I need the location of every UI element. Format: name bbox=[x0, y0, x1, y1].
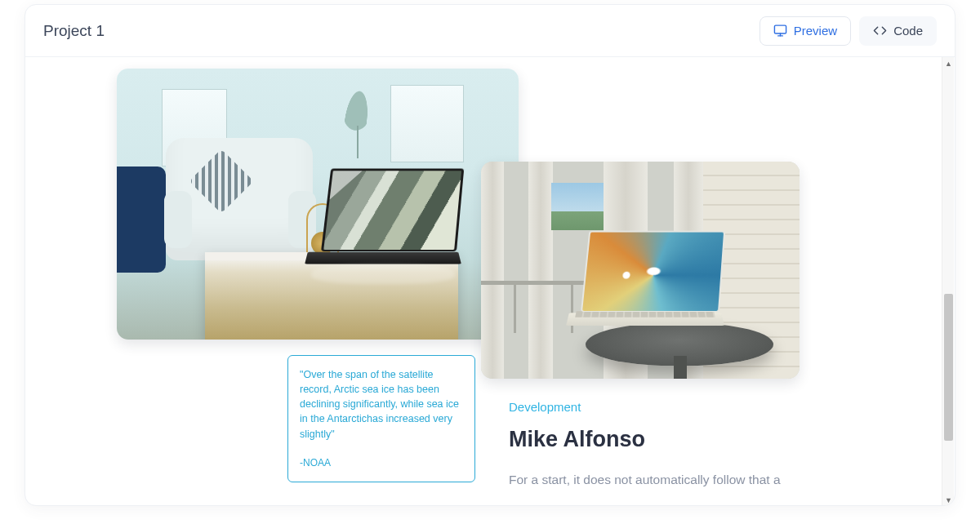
scroll-thumb[interactable] bbox=[944, 294, 953, 441]
code-button[interactable]: Code bbox=[859, 16, 937, 46]
preview-button-label: Preview bbox=[794, 24, 837, 38]
scroll-down-button[interactable]: ▼ bbox=[942, 494, 955, 506]
laptop-right-keyboard bbox=[575, 311, 715, 317]
preview-stage: "Over the span of the satellite record, … bbox=[25, 57, 955, 506]
project-title: Project 1 bbox=[43, 22, 760, 40]
laptop-left bbox=[321, 167, 457, 281]
scroll-up-button[interactable]: ▲ bbox=[942, 57, 955, 69]
monitor-icon bbox=[773, 24, 787, 38]
window-right bbox=[390, 85, 464, 162]
project-card: Project 1 Preview Code bbox=[24, 4, 956, 506]
blue-sofa bbox=[117, 167, 166, 273]
armchair-arm-left bbox=[164, 191, 192, 248]
quote-attribution: -NOAA bbox=[300, 456, 463, 470]
laptop-right bbox=[581, 229, 719, 343]
laptop-left-screen bbox=[321, 168, 464, 251]
pillar bbox=[481, 162, 504, 379]
preview-viewport: "Over the span of the satellite record, … bbox=[25, 57, 955, 506]
sky-glimpse bbox=[551, 183, 605, 230]
header-actions: Preview Code bbox=[760, 16, 937, 46]
laptop-left-base bbox=[305, 252, 461, 264]
palm-stem bbox=[357, 126, 359, 158]
quote-text: "Over the span of the satellite record, … bbox=[300, 367, 463, 442]
article-category: Development bbox=[509, 400, 819, 414]
pillar bbox=[528, 162, 553, 379]
preview-button[interactable]: Preview bbox=[760, 16, 851, 46]
code-button-label: Code bbox=[893, 24, 923, 38]
scrollbar[interactable]: ▲ ▼ bbox=[942, 57, 954, 506]
laptop-left-reflection bbox=[311, 264, 455, 284]
quote-callout: "Over the span of the satellite record, … bbox=[287, 355, 475, 482]
svg-rect-0 bbox=[774, 25, 786, 33]
article-author: Mike Alfonso bbox=[509, 427, 819, 452]
laptop-right-screen bbox=[581, 231, 725, 312]
hero-image-right bbox=[481, 162, 800, 379]
article-meta: Development Mike Alfonso For a start, it… bbox=[509, 400, 819, 490]
card-header: Project 1 Preview Code bbox=[25, 5, 955, 57]
round-table-leg bbox=[674, 356, 687, 379]
code-icon bbox=[873, 24, 887, 38]
article-body: For a start, it does not automatically f… bbox=[509, 470, 819, 490]
hero-image-left bbox=[117, 69, 519, 340]
